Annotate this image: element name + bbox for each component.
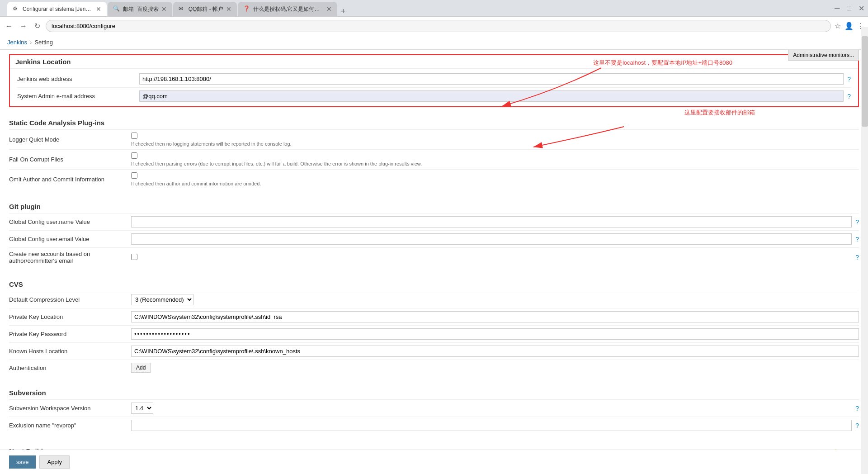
- tab-favicon-baidu: 🔍: [113, 5, 120, 13]
- add-tab-button[interactable]: +: [341, 7, 346, 16]
- svn-workspace-version-label: Subversion Workspace Version: [9, 405, 131, 412]
- svn-workspace-version-select[interactable]: 1.41.51.61.71.8: [131, 403, 153, 414]
- address-input[interactable]: [46, 20, 831, 32]
- exclusion-revprop-label: Exclusion name "revprop": [9, 422, 131, 429]
- private-key-password-row: Private Key Password: [9, 325, 859, 342]
- exclusion-revprop-input[interactable]: [131, 420, 852, 431]
- omit-author-field: If checked then author and commit inform…: [131, 172, 859, 186]
- private-key-location-input[interactable]: [131, 311, 859, 322]
- known-hosts-location-input[interactable]: [131, 346, 859, 357]
- known-hosts-row: Known Hosts Location: [9, 342, 859, 360]
- git-email-field: [131, 233, 852, 245]
- private-key-password-label: Private Key Password: [9, 331, 131, 337]
- compression-level-select[interactable]: 3 (Recommended) 012 456 789: [131, 294, 193, 305]
- forward-button[interactable]: →: [18, 20, 29, 32]
- jenkins-web-address-input[interactable]: [139, 73, 844, 85]
- address-bar: ← → ↻ ☆ 👤 ⋮: [0, 16, 868, 35]
- back-button[interactable]: ←: [4, 20, 14, 32]
- static-code-section: Static Code Analysis Plug-ins Logger Qui…: [9, 114, 859, 189]
- tab-close-baidu[interactable]: ✕: [161, 5, 167, 13]
- minimize-icon[interactable]: ─: [835, 4, 840, 13]
- fail-on-corrupt-files-checkbox[interactable]: [131, 152, 137, 159]
- logger-quiet-mode-field: If checked then no logging statements wi…: [131, 133, 859, 147]
- create-accounts-label: Create new accounts based on author/comm…: [9, 251, 131, 264]
- tab-close-auth[interactable]: ✕: [326, 5, 332, 13]
- jenkins-web-address-help-icon[interactable]: ?: [847, 76, 851, 83]
- tab-title-jenkins: Configurar el sistema [Jenkins]: [23, 6, 93, 12]
- tab-favicon-qq: ✉: [179, 5, 186, 13]
- create-accounts-checkbox[interactable]: [131, 254, 137, 260]
- private-key-location-field: [131, 311, 859, 322]
- private-key-location-label: Private Key Location: [9, 313, 131, 320]
- authentication-row: Authentication Add: [9, 360, 859, 375]
- git-username-field: [131, 216, 852, 228]
- admin-monitors-button[interactable]: Administrative monitors...: [788, 50, 859, 61]
- save-button[interactable]: save: [9, 455, 36, 469]
- fail-corrupt-files-hint: If checked then parsing errors (due to c…: [131, 161, 859, 166]
- bookmark-icon[interactable]: ☆: [835, 22, 841, 30]
- known-hosts-field: [131, 346, 859, 357]
- tab-close-qq[interactable]: ✕: [226, 5, 231, 13]
- tab-auth[interactable]: ❓ 什么是授权码,它又是如何设置 ✕: [238, 2, 337, 16]
- git-email-label: Global Config user.email Value: [9, 236, 131, 242]
- git-username-input[interactable]: [131, 216, 852, 228]
- scrollbar-thumb[interactable]: [862, 36, 868, 127]
- breadcrumb-home[interactable]: Jenkins: [7, 39, 27, 46]
- omit-author-hint: If checked then author and commit inform…: [131, 181, 859, 186]
- close-icon[interactable]: ✕: [859, 4, 864, 13]
- tab-baidu[interactable]: 🔍 邮箱_百度搜索 ✕: [108, 2, 172, 16]
- breadcrumb-current: Setting: [34, 39, 52, 46]
- system-admin-email-input[interactable]: [139, 90, 844, 102]
- git-email-help-icon[interactable]: ?: [855, 236, 859, 243]
- private-key-password-input[interactable]: [131, 328, 859, 340]
- window-controls: ─ □ ✕: [835, 4, 864, 13]
- tab-qq[interactable]: ✉ QQ邮箱 - 帐户 ✕: [173, 2, 237, 16]
- system-admin-email-label: System Admin e-mail address: [17, 93, 139, 100]
- svn-workspace-version-row: Subversion Workspace Version 1.41.51.61.…: [9, 399, 859, 417]
- address-icons: ☆ 👤 ⋮: [835, 22, 864, 30]
- tab-jenkins[interactable]: ⚙ Configurar el sistema [Jenkins] ✕: [7, 2, 107, 16]
- create-accounts-field: [131, 254, 852, 261]
- authentication-field: Add: [131, 363, 859, 373]
- git-email-row: Global Config user.email Value ?: [9, 230, 859, 247]
- maximize-icon[interactable]: □: [847, 4, 851, 13]
- omit-author-commit-checkbox[interactable]: [131, 172, 137, 179]
- git-username-row: Global Config user.name Value ?: [9, 213, 859, 230]
- authentication-add-btn[interactable]: Add: [131, 363, 151, 373]
- tab-favicon-auth: ❓: [243, 5, 250, 13]
- subversion-header: Subversion: [9, 384, 859, 399]
- breadcrumb-separator: ›: [30, 39, 32, 46]
- system-admin-email-field: [139, 90, 844, 102]
- breadcrumb: Jenkins › Setting: [0, 35, 868, 50]
- known-hosts-label: Known Hosts Location: [9, 348, 131, 355]
- tab-favicon-jenkins: ⚙: [13, 5, 20, 13]
- apply-button[interactable]: Apply: [39, 455, 70, 469]
- git-email-input[interactable]: [131, 233, 852, 245]
- static-code-header: Static Code Analysis Plug-ins: [9, 114, 859, 129]
- subversion-section: Subversion Subversion Workspace Version …: [9, 384, 859, 434]
- scrollbar[interactable]: [861, 27, 868, 474]
- refresh-button[interactable]: ↻: [33, 20, 42, 32]
- system-admin-email-help-icon[interactable]: ?: [847, 93, 851, 100]
- logger-quiet-mode-label: Logger Quiet Mode: [9, 136, 131, 143]
- exclusion-revprop-help-icon[interactable]: ?: [855, 422, 859, 429]
- git-username-help-icon[interactable]: ?: [855, 218, 859, 226]
- git-username-label: Global Config user.name Value: [9, 218, 131, 225]
- authentication-label: Authentication: [9, 365, 131, 371]
- tab-close-jenkins[interactable]: ✕: [96, 5, 101, 13]
- compression-level-field: 3 (Recommended) 012 456 789: [131, 294, 859, 305]
- exclusion-revprop-row: Exclusion name "revprop" ?: [9, 417, 859, 434]
- omit-author-label: Omit Author and Commit Information: [9, 176, 131, 183]
- svn-workspace-version-field: 1.41.51.61.71.8: [131, 403, 852, 414]
- jenkins-web-address-row: Jenkins web address ?: [17, 71, 851, 87]
- cvs-section: CVS Default Compression Level 3 (Recomme…: [9, 276, 859, 375]
- logger-quiet-mode-checkbox[interactable]: [131, 133, 137, 139]
- tab-title-auth: 什么是授权码,它又是如何设置: [253, 5, 324, 13]
- svn-workspace-version-help-icon[interactable]: ?: [855, 405, 859, 412]
- profile-icon[interactable]: 👤: [844, 22, 854, 30]
- git-plugin-section: Git plugin Global Config user.name Value…: [9, 198, 859, 267]
- jenkins-web-address-field: [139, 73, 844, 85]
- tab-title-qq: QQ邮箱 - 帐户: [189, 5, 223, 13]
- tab-title-baidu: 邮箱_百度搜索: [123, 5, 159, 13]
- create-accounts-help-icon[interactable]: ?: [855, 254, 859, 261]
